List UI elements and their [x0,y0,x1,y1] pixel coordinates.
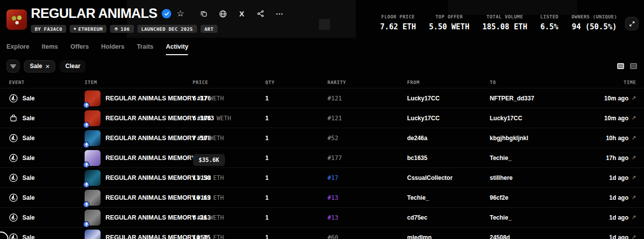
item-link[interactable]: REGULAR ANIMALS MEMORY #39 [85,150,193,166]
more-options-icon[interactable]: ⋯ [275,9,284,18]
to-account-link[interactable]: Lucky17CC [490,115,577,122]
filter-button[interactable] [6,60,19,73]
column-header-price: PRICE [193,80,265,85]
expand-stats-button[interactable] [625,17,639,30]
item-link[interactable]: REGULAR ANIMALS MEMORY #50 [85,230,193,239]
tab-explore[interactable]: Explore [6,43,29,54]
item-link[interactable]: REGULAR ANIMALS MEMORY #113 [85,210,193,226]
table-row[interactable]: Sale REGULAR ANIMALS MEMORY #176 6.1083W… [0,108,644,128]
item-link[interactable]: REGULAR ANIMALS MEMORY #176 [85,110,193,126]
time-value: 10h ago [606,135,628,142]
event-type-label: Sale [22,174,35,181]
to-account-link[interactable]: stillhere [490,174,577,181]
event-type-label: Sale [22,214,35,221]
item-link[interactable]: REGULAR ANIMALS MEMORY #133 [85,170,193,186]
transaction-link[interactable]: 1d ago↗ [577,194,636,201]
from-account-link[interactable]: CssualCollector [407,174,490,181]
quantity-value: 1 [265,95,327,102]
collection-tabs: Explore Items Offers Holders Traits Acti… [0,43,644,55]
sale-ship-icon [9,134,18,143]
sale-ship-icon [9,213,18,222]
chain-badge[interactable]: ◆ ETHEREUM [70,25,107,33]
price-value: 10.69 [193,194,211,201]
table-row[interactable]: Sale REGULAR ANIMALS MEMORY #178 7.50WET… [0,128,644,148]
column-header-to: TO [490,80,577,85]
time-value: 10m ago [604,95,629,102]
from-account-link[interactable]: de246a [407,135,490,142]
from-account-link[interactable]: bc1635 [407,155,490,161]
external-link-icon: ↗ [632,155,636,161]
filter-chip-sale[interactable]: Sale × [24,60,55,73]
launched-badge[interactable]: LAUNCHED DEC 2025 [137,25,197,33]
tab-items[interactable]: Items [42,43,58,54]
price-value: 11.50 [193,174,211,181]
from-account-link[interactable]: Lucky17CC [407,95,490,102]
supply-badge[interactable]: 186 [110,25,133,33]
rarity-value: #60 [327,234,338,239]
x-twitter-icon[interactable]: X [237,9,246,18]
from-account-link[interactable]: Lucky17CC [407,115,490,122]
share-icon[interactable] [256,9,265,18]
transaction-link[interactable]: 10h ago↗ [577,135,636,142]
quantity-value: 1 [265,234,327,239]
clear-filters-button[interactable]: Clear [60,60,86,73]
ethereum-badge-icon [83,181,90,188]
watchlist-star-icon[interactable]: ☆ [177,9,184,18]
external-link-icon: ↗ [632,214,636,221]
from-account-link[interactable]: mledlmn [407,234,490,239]
table-row[interactable]: Sale REGULAR ANIMALS MEMORY #39 8.30WETH… [0,148,644,167]
category-badge[interactable]: ART [201,25,217,33]
table-row[interactable]: Sale REGULAR ANIMALS MEMORY #133 11.50ET… [0,167,644,187]
stat-label: FLOOR PRICE [380,14,416,19]
event-type-label: Sale [22,194,35,201]
rarity-value: #13 [327,214,338,221]
tab-holders[interactable]: Holders [101,43,124,54]
to-account-link[interactable]: kbgjhbgkljnkl [490,135,577,142]
external-link-icon: ↗ [632,174,636,181]
chain-badge-label: ETHEREUM [78,26,103,32]
transaction-link[interactable]: 10m ago↗ [577,95,636,102]
table-row[interactable]: Sale REGULAR ANIMALS MEMORY #113 8.26WET… [0,207,644,227]
from-account-link[interactable]: Techie_ [407,194,490,201]
to-account-link[interactable]: 96cf2e [490,194,577,201]
transaction-link[interactable]: 17h ago↗ [577,155,636,161]
row-view-toggle-icon[interactable] [616,62,625,71]
compact-view-toggle-icon[interactable] [629,62,638,71]
external-link-icon: ↗ [632,115,636,121]
item-link[interactable]: REGULAR ANIMALS MEMORY #176 [85,90,193,106]
tab-traits[interactable]: Traits [137,43,153,54]
to-account-link[interactable]: NFTPER_dd337 [490,95,577,102]
rarity-value: #13 [327,194,338,201]
collection-badges: BY FA3AC0 ◆ ETHEREUM 186 LAUNCHED DEC 20… [31,25,284,33]
price-currency: ETH [213,174,224,181]
creator-badge[interactable]: BY FA3AC0 [31,25,66,33]
item-link[interactable]: REGULAR ANIMALS MEMORY #113 [85,190,193,206]
column-header-time: TIME [577,80,636,85]
event-type-label: Sale [22,155,35,161]
remove-filter-icon[interactable]: × [46,63,50,70]
table-row[interactable]: Sale REGULAR ANIMALS MEMORY #113 10.69ET… [0,187,644,207]
transaction-link[interactable]: 1d ago↗ [577,234,636,239]
table-row[interactable]: Sale REGULAR ANIMALS MEMORY #176 6.17WET… [0,88,644,108]
to-account-link[interactable]: Techie_ [490,155,577,161]
to-account-link[interactable]: 24508d [490,234,577,239]
collection-title: REGULAR ANIMALS [31,7,157,20]
transaction-link[interactable]: 1d ago↗ [577,214,636,221]
copy-icon[interactable] [200,9,208,18]
external-link-icon: ↗ [632,194,636,201]
to-account-link[interactable]: Techie_ [490,214,577,221]
stat-value: 6.5% [540,22,558,31]
filter-bar: Sale × Clear [0,60,644,73]
table-row[interactable]: Sale REGULAR ANIMALS MEMORY #50 10.75ETH… [0,227,644,239]
item-link[interactable]: REGULAR ANIMALS MEMORY #178 [85,130,193,146]
website-globe-icon[interactable] [218,9,227,18]
tab-activity[interactable]: Activity [166,43,188,54]
collection-activity-page: REGULAR ANIMALS ☆ X [0,0,644,239]
quantity-value: 1 [265,194,327,201]
transaction-link[interactable]: 10m ago↗ [577,115,636,122]
transaction-link[interactable]: 1d ago↗ [577,174,636,181]
from-account-link[interactable]: cd75ec [407,214,490,221]
activity-table: EVENT ITEM PRICE QTY RARITY FROM TO TIME… [0,73,644,239]
tab-offers[interactable]: Offers [71,43,89,54]
collection-avatar [6,9,27,30]
